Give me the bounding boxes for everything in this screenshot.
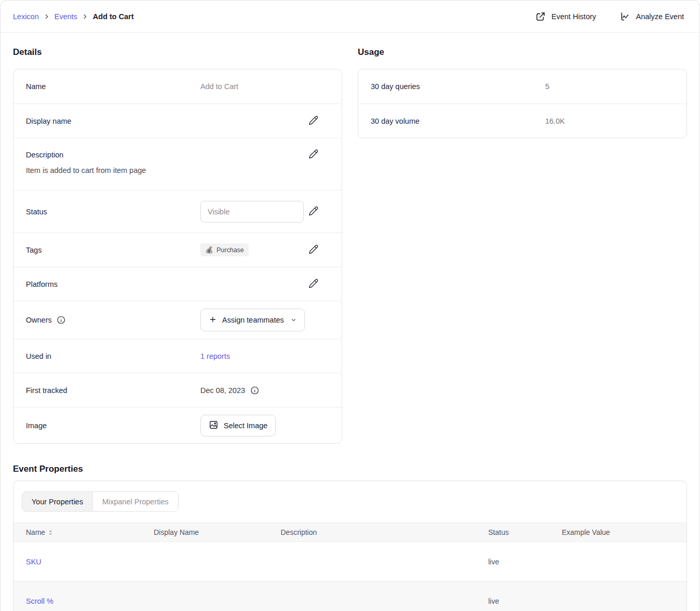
event-properties-card: Your Properties Mixpanel Properties Name	[13, 481, 687, 611]
page-content: Details Name Add to Cart Display name	[1, 33, 699, 611]
detail-row-display-name: Display name	[13, 104, 342, 138]
used-in-reports-link[interactable]: 1 reports	[200, 352, 230, 360]
edit-platforms-button[interactable]	[309, 279, 318, 290]
plus-icon	[209, 315, 217, 325]
volume-value: 16.0K	[545, 117, 565, 125]
sort-icon	[48, 530, 53, 535]
usage-row-volume: 30 day volume 16.0K	[358, 104, 687, 138]
image-icon	[209, 420, 218, 431]
name-label: Name	[26, 82, 200, 91]
property-link-scroll-percent[interactable]: Scroll %	[26, 597, 53, 605]
platforms-label: Platforms	[26, 280, 200, 288]
pencil-icon	[309, 149, 318, 161]
details-card: Name Add to Cart Display name	[13, 69, 342, 444]
top-bar: Lexicon Events Add to Cart Event History	[1, 1, 699, 33]
pencil-icon	[309, 206, 318, 217]
edit-tags-button[interactable]	[309, 244, 318, 256]
status-label: Status	[26, 208, 200, 216]
chevron-down-icon	[290, 317, 297, 323]
tab-your-properties[interactable]: Your Properties	[22, 492, 93, 511]
first-tracked-label: First tracked	[26, 386, 200, 395]
event-properties-section: Event Properties Your Properties Mixpane…	[13, 464, 687, 611]
description-value: Item is added to cart from item page	[26, 166, 318, 174]
detail-row-tags: Tags 💰 Purchase	[13, 232, 342, 267]
details-section: Details Name Add to Cart Display name	[13, 33, 342, 444]
lexicon-event-detail-page: Lexicon Events Add to Cart Event History	[0, 0, 700, 611]
property-display-name	[154, 542, 281, 581]
pencil-icon	[309, 244, 318, 256]
edit-description-button[interactable]	[309, 149, 318, 161]
details-title: Details	[13, 47, 342, 57]
info-icon[interactable]	[250, 386, 259, 395]
assign-teammates-button[interactable]: Assign teammates	[200, 309, 305, 331]
column-header-status: Status	[488, 523, 562, 542]
description-label: Description	[26, 151, 200, 159]
assign-teammates-label: Assign teammates	[222, 316, 284, 324]
detail-row-first-tracked: First tracked Dec 08, 2023	[13, 373, 342, 407]
property-status: live	[488, 597, 499, 605]
breadcrumb-current-event: Add to Cart	[93, 12, 134, 21]
display-name-label: Display name	[26, 117, 200, 125]
tab-mixpanel-properties[interactable]: Mixpanel Properties	[93, 492, 178, 511]
edit-status-button[interactable]	[309, 206, 318, 217]
usage-row-queries: 30 day queries 5	[358, 69, 687, 104]
column-header-example-value: Example Value	[562, 523, 687, 542]
properties-tab-group: Your Properties Mixpanel Properties	[22, 491, 179, 512]
column-header-name[interactable]: Name	[13, 523, 154, 542]
pencil-icon	[309, 115, 318, 127]
property-display-name	[154, 581, 281, 611]
property-example-value	[562, 542, 687, 581]
breadcrumb-events-link[interactable]: Events	[54, 12, 77, 21]
breadcrumb-lexicon-link[interactable]: Lexicon	[13, 12, 39, 21]
event-history-label: Event History	[551, 12, 596, 21]
property-link-sku[interactable]: SKU	[26, 558, 41, 566]
money-bag-icon: 💰	[205, 246, 213, 254]
line-chart-icon	[620, 11, 630, 22]
table-row: Scroll % live	[13, 581, 687, 611]
image-label: Image	[26, 421, 200, 430]
owners-label: Owners	[26, 316, 52, 324]
tag-label: Purchase	[216, 246, 244, 254]
detail-row-name: Name Add to Cart	[13, 69, 342, 104]
pencil-icon	[309, 279, 318, 290]
event-name-value: Add to Cart	[200, 82, 238, 91]
select-image-button[interactable]: Select Image	[200, 415, 276, 437]
top-actions: Event History Analyze Event	[535, 11, 684, 22]
column-header-description: Description	[281, 523, 488, 542]
queries-label: 30 day queries	[371, 82, 545, 91]
analyze-event-label: Analyze Event	[636, 12, 684, 21]
properties-table: Name Display Name Description Status Exa…	[13, 522, 687, 611]
detail-row-description: Description Item is added to cart from i…	[13, 138, 342, 190]
edit-display-name-button[interactable]	[309, 115, 318, 127]
event-history-button[interactable]: Event History	[535, 11, 596, 22]
property-example-value	[562, 581, 687, 611]
property-description	[281, 581, 488, 611]
property-description	[281, 542, 488, 581]
breadcrumb: Lexicon Events Add to Cart	[13, 12, 134, 21]
detail-row-owners: Owners Assign teammates	[13, 301, 342, 339]
tag-badge-purchase[interactable]: 💰 Purchase	[200, 243, 249, 256]
table-header-row: Name Display Name Description Status Exa…	[13, 523, 687, 542]
event-properties-title: Event Properties	[13, 464, 687, 474]
chevron-right-icon	[43, 13, 50, 20]
column-header-display-name: Display Name	[154, 523, 281, 542]
select-image-label: Select Image	[224, 421, 268, 430]
detail-row-status: Status	[13, 190, 342, 232]
status-input[interactable]	[200, 201, 304, 223]
volume-label: 30 day volume	[371, 117, 545, 125]
chevron-right-icon	[82, 13, 88, 20]
usage-card: 30 day queries 5 30 day volume 16.0K	[358, 69, 687, 138]
detail-row-image: Image Select Image	[13, 407, 342, 443]
usage-section: Usage 30 day queries 5 30 day volume 16.…	[358, 33, 687, 138]
info-icon[interactable]	[56, 315, 66, 325]
analyze-event-button[interactable]: Analyze Event	[620, 11, 684, 22]
queries-value: 5	[545, 82, 549, 91]
external-link-icon	[535, 11, 546, 22]
table-row: SKU live	[13, 542, 687, 581]
used-in-label: Used in	[26, 352, 200, 360]
detail-row-used-in: Used in 1 reports	[13, 339, 342, 373]
tags-label: Tags	[26, 246, 200, 254]
usage-title: Usage	[358, 47, 687, 57]
property-status: live	[488, 558, 499, 566]
first-tracked-value: Dec 08, 2023	[200, 386, 245, 395]
